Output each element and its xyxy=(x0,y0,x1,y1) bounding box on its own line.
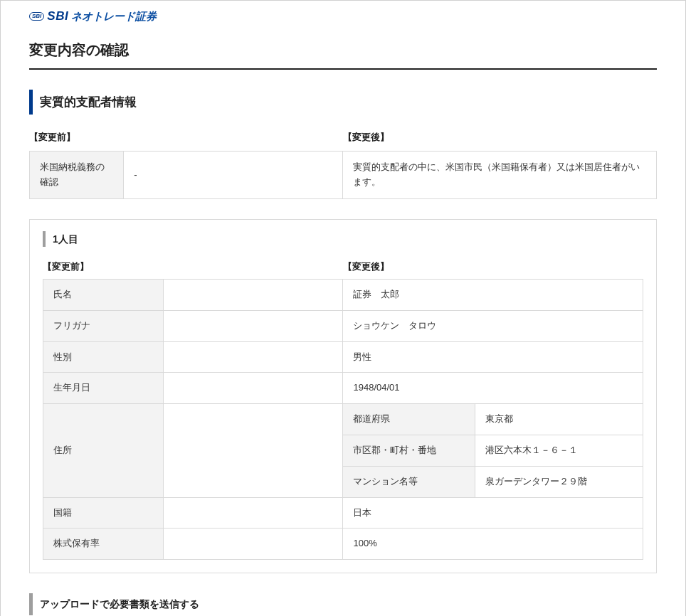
table-row: フリガナ ショウケン タロウ xyxy=(43,310,643,341)
row-before xyxy=(163,529,343,560)
title-divider xyxy=(29,68,657,70)
person-detail-table: 氏名 証券 太郎 フリガナ ショウケン タロウ 性別 男性 生年月日 xyxy=(43,279,643,560)
row-before xyxy=(163,404,343,497)
logo-sbi-text: SBI xyxy=(47,6,68,26)
table-row: 株式保有率 100% xyxy=(43,529,643,560)
table-row: 生年月日 1948/04/01 xyxy=(43,373,643,404)
row-before xyxy=(163,341,343,373)
row-label: 国籍 xyxy=(43,497,164,529)
person-block: 1人目 【変更前】 【変更後】 氏名 証券 太郎 フリガナ ショウケン タロウ … xyxy=(29,219,657,573)
us-tax-after: 実質的支配者の中に、米国市民（米国籍保有者）又は米国居住者がいます。 xyxy=(343,152,657,199)
after-label: 【変更後】 xyxy=(343,260,643,275)
row-label: フリガナ xyxy=(43,310,164,341)
table-row: 氏名 証券 太郎 xyxy=(43,279,643,310)
logo-ja-text: ネオトレード証券 xyxy=(71,8,157,25)
person-before-after-header: 【変更前】 【変更後】 xyxy=(43,260,643,275)
table-row: 性別 男性 xyxy=(43,341,643,373)
us-tax-label: 米国納税義務の確認 xyxy=(30,152,124,199)
row-before xyxy=(163,310,343,341)
row-before xyxy=(163,279,343,310)
address-city-label: 市区郡・町村・番地 xyxy=(343,435,475,466)
row-after: 証券 太郎 xyxy=(343,279,643,310)
row-label: 株式保有率 xyxy=(43,529,164,560)
us-tax-table: 米国納税義務の確認 - 実質的支配者の中に、米国市民（米国籍保有者）又は米国居住… xyxy=(29,151,657,199)
address-city-value: 港区六本木１－６－１ xyxy=(475,435,643,466)
address-bldg-value: 泉ガーデンタワー２９階 xyxy=(475,466,643,497)
row-label: 性別 xyxy=(43,341,164,373)
before-label: 【変更前】 xyxy=(29,130,343,145)
before-after-header: 【変更前】 【変更後】 xyxy=(29,130,657,145)
address-pref-value: 東京都 xyxy=(475,404,643,435)
page-title: 変更内容の確認 xyxy=(29,38,657,61)
person-label: 1人目 xyxy=(43,231,643,247)
before-label: 【変更前】 xyxy=(43,260,343,275)
row-label: 生年月日 xyxy=(43,373,164,404)
row-after: 100% xyxy=(343,529,643,560)
row-after: 1948/04/01 xyxy=(343,373,643,404)
table-row: 米国納税義務の確認 - 実質的支配者の中に、米国市民（米国籍保有者）又は米国居住… xyxy=(30,152,657,199)
table-row: 国籍 日本 xyxy=(43,497,643,529)
row-after: 日本 xyxy=(343,497,643,529)
section-title: 実質的支配者情報 xyxy=(29,90,657,115)
table-row: 住所 都道府県 東京都 xyxy=(43,404,643,435)
row-label: 住所 xyxy=(43,404,164,497)
address-bldg-label: マンション名等 xyxy=(343,466,475,497)
us-tax-before: - xyxy=(124,152,343,199)
row-after: ショウケン タロウ xyxy=(343,310,643,341)
row-before xyxy=(163,497,343,529)
after-label: 【変更後】 xyxy=(343,130,657,145)
row-label: 氏名 xyxy=(43,279,164,310)
logo-mark-icon: SBI xyxy=(29,12,44,21)
row-before xyxy=(163,373,343,404)
logo: SBI SBI ネオトレード証券 xyxy=(29,6,657,26)
row-after: 男性 xyxy=(343,341,643,373)
address-pref-label: 都道府県 xyxy=(343,404,475,435)
upload-section-title: アップロードで必要書類を送信する xyxy=(29,593,657,615)
